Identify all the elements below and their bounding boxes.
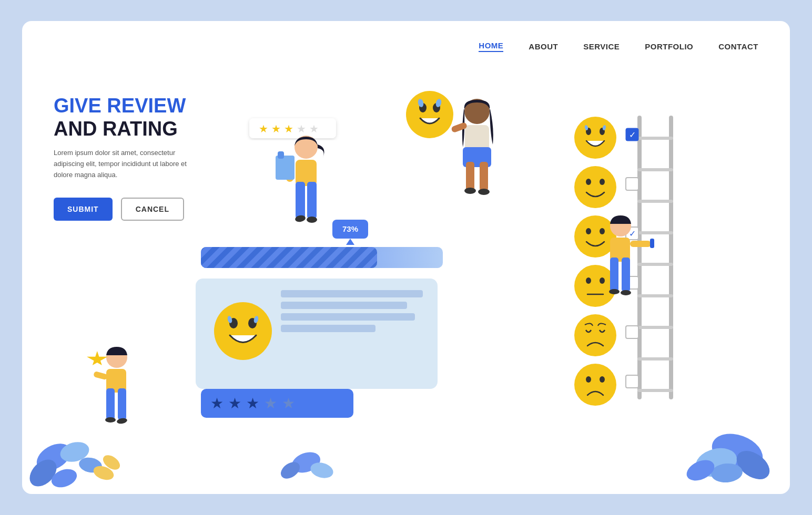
svg-text:★: ★ bbox=[246, 395, 259, 411]
svg-point-74 bbox=[600, 277, 605, 284]
svg-point-80 bbox=[586, 376, 591, 383]
svg-point-81 bbox=[600, 376, 605, 383]
svg-text:★: ★ bbox=[259, 123, 268, 135]
svg-rect-55 bbox=[637, 389, 673, 392]
svg-rect-53 bbox=[637, 326, 673, 329]
svg-point-120 bbox=[116, 417, 127, 424]
svg-point-98 bbox=[478, 189, 490, 195]
svg-rect-36 bbox=[281, 313, 415, 321]
svg-marker-118 bbox=[87, 351, 108, 365]
svg-point-88 bbox=[307, 217, 317, 223]
svg-rect-110 bbox=[650, 239, 654, 248]
svg-rect-51 bbox=[637, 263, 673, 266]
leaves-right bbox=[683, 427, 775, 485]
svg-rect-66 bbox=[626, 178, 638, 190]
svg-rect-96 bbox=[480, 162, 488, 191]
svg-point-73 bbox=[586, 277, 591, 284]
svg-rect-85 bbox=[296, 182, 305, 219]
svg-rect-115 bbox=[106, 388, 115, 420]
nav-about[interactable]: ABOUT bbox=[529, 42, 558, 51]
svg-point-68 bbox=[586, 228, 591, 234]
svg-rect-48 bbox=[637, 168, 673, 171]
svg-text:★: ★ bbox=[282, 395, 295, 411]
svg-text:★: ★ bbox=[284, 123, 293, 135]
svg-rect-90 bbox=[276, 156, 295, 180]
svg-point-119 bbox=[105, 417, 116, 423]
svg-rect-18 bbox=[201, 247, 377, 268]
nav-service[interactable]: SERVICE bbox=[583, 42, 620, 51]
svg-text:★: ★ bbox=[309, 123, 319, 135]
main-illustration: 73% ★ ★ ★ ★ ★ ★ ★ ★ ★ ★ bbox=[22, 21, 790, 494]
svg-point-111 bbox=[609, 289, 620, 294]
svg-point-63 bbox=[574, 166, 616, 208]
svg-point-97 bbox=[464, 188, 476, 194]
svg-text:✓: ✓ bbox=[629, 130, 636, 139]
svg-point-77 bbox=[574, 314, 616, 356]
svg-point-79 bbox=[574, 364, 616, 406]
svg-rect-91 bbox=[278, 151, 284, 159]
svg-text:73%: 73% bbox=[342, 224, 358, 233]
svg-rect-46 bbox=[669, 116, 673, 399]
svg-rect-47 bbox=[637, 137, 673, 140]
svg-rect-109 bbox=[630, 241, 651, 247]
svg-text:★: ★ bbox=[297, 123, 306, 135]
nav-contact[interactable]: CONTACT bbox=[718, 42, 758, 51]
leaves-center bbox=[278, 449, 335, 482]
svg-rect-86 bbox=[307, 182, 317, 219]
svg-marker-21 bbox=[346, 239, 354, 245]
svg-rect-37 bbox=[281, 325, 375, 332]
nav-home[interactable]: HOME bbox=[479, 41, 503, 52]
svg-point-100 bbox=[406, 91, 453, 138]
leaves-left bbox=[25, 438, 123, 491]
svg-rect-52 bbox=[637, 294, 673, 297]
svg-text:★: ★ bbox=[228, 395, 241, 411]
svg-rect-117 bbox=[93, 371, 108, 380]
svg-rect-108 bbox=[622, 258, 630, 292]
svg-point-112 bbox=[621, 290, 631, 295]
svg-point-65 bbox=[600, 179, 605, 185]
svg-rect-34 bbox=[281, 290, 423, 297]
navigation: HOME ABOUT SERVICE PORTFOLIO CONTACT bbox=[479, 21, 790, 52]
svg-point-56 bbox=[574, 117, 616, 159]
svg-rect-54 bbox=[637, 357, 673, 360]
svg-rect-35 bbox=[281, 302, 407, 309]
svg-rect-49 bbox=[637, 200, 673, 203]
svg-point-69 bbox=[600, 228, 605, 234]
svg-text:★: ★ bbox=[210, 395, 224, 411]
svg-text:★: ★ bbox=[264, 395, 277, 411]
svg-rect-78 bbox=[626, 326, 638, 338]
svg-point-64 bbox=[586, 179, 591, 185]
page-container: HOME ABOUT SERVICE PORTFOLIO CONTACT GIV… bbox=[22, 21, 790, 494]
svg-rect-107 bbox=[610, 258, 618, 292]
svg-text:★: ★ bbox=[271, 123, 281, 135]
svg-rect-45 bbox=[637, 116, 642, 399]
svg-rect-116 bbox=[118, 388, 126, 420]
nav-portfolio[interactable]: PORTFOLIO bbox=[645, 42, 693, 51]
svg-rect-50 bbox=[637, 231, 673, 234]
svg-rect-39 bbox=[201, 389, 353, 418]
svg-point-29 bbox=[214, 302, 272, 360]
svg-rect-82 bbox=[626, 375, 638, 388]
svg-rect-95 bbox=[466, 162, 474, 191]
